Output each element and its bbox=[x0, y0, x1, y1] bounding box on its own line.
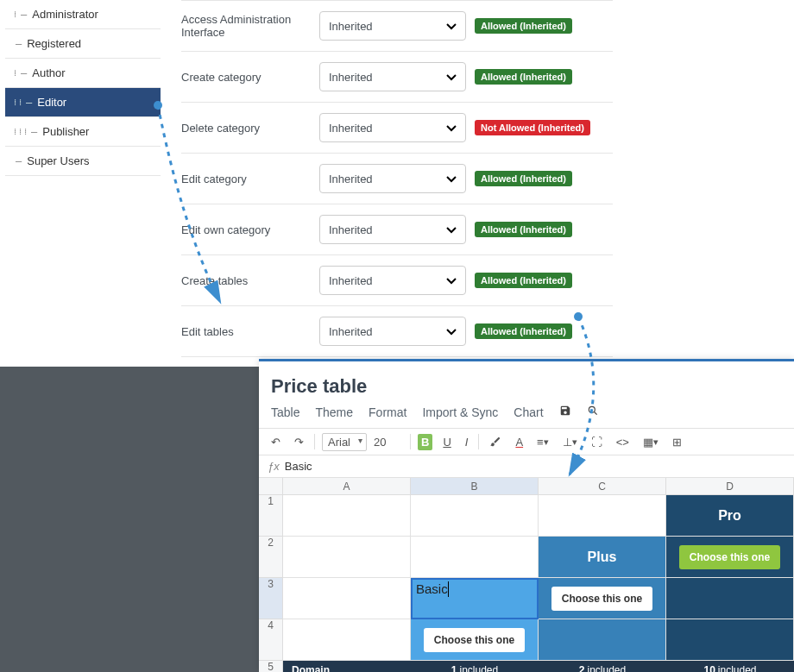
permission-select[interactable]: Inherited bbox=[319, 317, 466, 346]
row-header-1[interactable]: 1 bbox=[259, 495, 283, 537]
fx-label: ƒx bbox=[268, 460, 280, 473]
cells-area[interactable]: Pro Choose this one Plus Choose this one… bbox=[283, 495, 794, 672]
permission-row: Create tablesInheritedAllowed (Inherited… bbox=[181, 255, 613, 306]
valign-icon[interactable]: ⊥▾ bbox=[559, 434, 581, 450]
permission-row: Access Administration InterfaceInherited… bbox=[181, 0, 613, 52]
save-icon[interactable] bbox=[559, 405, 571, 419]
permission-label: Create tables bbox=[181, 274, 311, 287]
sidebar-item-author[interactable]: ⁞ – Author bbox=[5, 59, 161, 88]
permission-row: Edit tablesInheritedAllowed (Inherited) bbox=[181, 306, 613, 357]
menu-import-sync[interactable]: Import & Sync bbox=[422, 405, 498, 419]
permissions-panel: ⁞ – Administrator – Registered ⁞ – Autho… bbox=[0, 0, 621, 367]
spreadsheet-grid: A B C D 1 2 3 4 5 bbox=[259, 478, 794, 672]
background-panel bbox=[0, 367, 260, 672]
row-header-2[interactable]: 2 bbox=[259, 537, 283, 578]
permission-select[interactable]: Inherited bbox=[319, 266, 466, 295]
permission-select[interactable]: Inherited bbox=[319, 11, 466, 41]
col-header-d[interactable]: D bbox=[666, 478, 794, 495]
sidebar-label: Publisher bbox=[42, 125, 89, 138]
row-header-4[interactable]: 4 bbox=[259, 619, 283, 661]
sheet-menu: Table Theme Format Import & Sync Chart bbox=[259, 405, 794, 428]
menu-format[interactable]: Format bbox=[369, 405, 406, 419]
permission-label: Edit category bbox=[181, 173, 311, 185]
permission-label: Edit tables bbox=[181, 325, 311, 338]
menu-theme[interactable]: Theme bbox=[315, 405, 353, 419]
permission-select[interactable]: Inherited bbox=[319, 113, 466, 142]
undo-icon[interactable]: ↶ bbox=[268, 434, 284, 450]
sidebar-item-editor[interactable]: ⁞ ⁞ – Editor bbox=[5, 88, 161, 117]
permission-label: Access Administration Interface bbox=[181, 13, 311, 39]
plan-pro-cta-cell: Choose this one bbox=[666, 537, 794, 578]
font-select[interactable]: Arial bbox=[322, 433, 367, 451]
align-icon[interactable]: ≡▾ bbox=[533, 434, 552, 450]
footer-c: 2included bbox=[539, 661, 666, 672]
permission-row: Edit categoryInheritedAllowed (Inherited… bbox=[181, 154, 613, 204]
drag-dots-icon: ⁞ bbox=[14, 9, 16, 19]
drag-dots-icon: ⁞ bbox=[14, 68, 16, 78]
sidebar-label: Editor bbox=[37, 96, 66, 109]
col-header-a[interactable]: A bbox=[283, 478, 411, 495]
drag-dots-icon: ⁞ bbox=[24, 127, 26, 136]
permission-status-badge: Allowed (Inherited) bbox=[475, 69, 572, 85]
redo-icon[interactable]: ↷ bbox=[291, 434, 307, 450]
choose-plus-button[interactable]: Choose this one bbox=[551, 587, 652, 611]
permission-select[interactable]: Inherited bbox=[319, 62, 466, 91]
formula-value: Basic bbox=[285, 460, 312, 473]
corner-cell[interactable] bbox=[259, 478, 283, 495]
sidebar-label: Super Users bbox=[27, 154, 89, 167]
permission-row: Create categoryInheritedAllowed (Inherit… bbox=[181, 52, 613, 103]
sidebar-item-superusers[interactable]: – Super Users bbox=[5, 147, 161, 176]
merge-icon[interactable]: ⊞ bbox=[669, 434, 685, 450]
permission-select[interactable]: Inherited bbox=[319, 164, 466, 193]
permission-status-badge: Allowed (Inherited) bbox=[475, 273, 572, 288]
drag-dots-icon: ⁞ bbox=[19, 127, 21, 136]
permission-row: Delete categoryInheritedNot Allowed (Inh… bbox=[181, 103, 613, 154]
col-header-c[interactable]: C bbox=[539, 478, 666, 495]
bold-button[interactable]: B bbox=[418, 434, 432, 450]
code-icon[interactable]: <> bbox=[613, 434, 633, 450]
sheet-title: Price table bbox=[259, 361, 794, 405]
choose-pro-button[interactable]: Choose this one bbox=[679, 545, 780, 569]
fullscreen-icon[interactable]: ⛶ bbox=[588, 434, 606, 450]
plan-pro-header: Pro bbox=[666, 495, 794, 537]
drag-dots-icon: ⁞ bbox=[14, 127, 16, 136]
permission-label: Create category bbox=[181, 71, 311, 84]
svg-point-0 bbox=[589, 406, 595, 412]
row-headers: 1 2 3 4 5 bbox=[259, 495, 283, 672]
row-header-5[interactable]: 5 bbox=[259, 661, 283, 672]
permission-status-badge: Allowed (Inherited) bbox=[475, 18, 572, 34]
permissions-table: Access Administration InterfaceInherited… bbox=[181, 0, 613, 367]
borders-icon[interactable]: ▦▾ bbox=[640, 434, 662, 450]
plan-basic-cta-cell: Choose this one bbox=[411, 619, 539, 661]
sidebar-item-administrator[interactable]: ⁞ – Administrator bbox=[5, 0, 161, 29]
formula-bar[interactable]: ƒx Basic bbox=[259, 455, 794, 478]
choose-basic-button[interactable]: Choose this one bbox=[424, 628, 525, 652]
menu-table[interactable]: Table bbox=[271, 405, 299, 419]
underline-button[interactable]: U bbox=[439, 434, 454, 450]
col-header-b[interactable]: B bbox=[411, 478, 539, 495]
sidebar-item-registered[interactable]: – Registered bbox=[5, 29, 161, 59]
permission-status-badge: Not Allowed (Inherited) bbox=[475, 120, 590, 135]
permission-label: Delete category bbox=[181, 122, 311, 135]
menu-chart[interactable]: Chart bbox=[514, 405, 543, 419]
permission-status-badge: Allowed (Inherited) bbox=[475, 222, 572, 237]
font-size-input[interactable] bbox=[374, 436, 403, 449]
sidebar-label: Author bbox=[32, 66, 65, 79]
fill-color-icon[interactable] bbox=[486, 434, 505, 449]
permission-label: Edit own category bbox=[181, 223, 311, 236]
permission-status-badge: Allowed (Inherited) bbox=[475, 171, 572, 186]
plan-plus-header: Plus bbox=[539, 537, 666, 578]
drag-dots-icon: ⁞ bbox=[14, 97, 16, 107]
usergroup-sidebar: ⁞ – Administrator – Registered ⁞ – Autho… bbox=[5, 0, 161, 176]
row-header-3[interactable]: 3 bbox=[259, 578, 283, 619]
permission-select[interactable]: Inherited bbox=[319, 215, 466, 244]
sidebar-item-publisher[interactable]: ⁞ ⁞ ⁞ – Publisher bbox=[5, 117, 161, 147]
sidebar-label: Administrator bbox=[32, 8, 98, 21]
plan-basic-header[interactable]: Basic bbox=[411, 578, 539, 619]
text-color-icon[interactable]: A bbox=[512, 434, 526, 450]
italic-button[interactable]: I bbox=[462, 434, 472, 450]
spreadsheet-panel: Price table Table Theme Format Import & … bbox=[259, 359, 794, 671]
search-icon[interactable] bbox=[587, 405, 599, 419]
permission-row: Edit own categoryInheritedAllowed (Inher… bbox=[181, 204, 613, 255]
permission-status-badge: Allowed (Inherited) bbox=[475, 323, 572, 339]
